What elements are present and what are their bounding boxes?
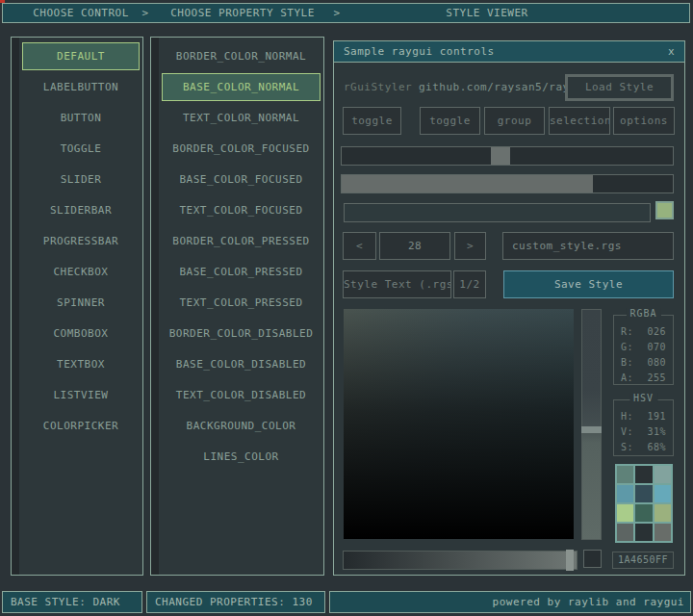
controls-list: DEFAULTLABELBUTTONBUTTONTOGGLESLIDERSLID… bbox=[22, 42, 140, 443]
color-picker-panel[interactable] bbox=[344, 309, 574, 539]
palette-swatch[interactable] bbox=[654, 504, 671, 522]
save-style-button[interactable]: Save Style bbox=[503, 270, 674, 298]
properties-list-item[interactable]: BASE_COLOR_FOCUSED bbox=[162, 166, 321, 193]
spinner-value-box[interactable]: 28 bbox=[379, 232, 450, 260]
sample-textbox[interactable] bbox=[344, 203, 651, 222]
style-text-button[interactable]: Style Text (.rgs) bbox=[343, 270, 451, 298]
controls-list-item[interactable]: TOGGLE bbox=[22, 135, 140, 163]
filename-textbox[interactable]: custom_style.rgs bbox=[502, 232, 674, 260]
close-icon[interactable]: x bbox=[668, 41, 675, 62]
properties-list-scrollbar[interactable] bbox=[151, 38, 159, 575]
controls-list-item[interactable]: SLIDER bbox=[22, 166, 140, 193]
toggle-button[interactable]: toggle bbox=[343, 107, 401, 135]
window-title: Sample raygui controls bbox=[344, 41, 495, 62]
value-row: H:191 bbox=[614, 409, 673, 424]
window-titlebar[interactable]: Sample raygui controls x bbox=[334, 41, 684, 63]
hsv-groupbox: HSV H:191V:31%S:68% bbox=[613, 399, 674, 456]
controls-list-item[interactable]: CHECKBOX bbox=[22, 258, 140, 286]
rgba-group-title: RGBA bbox=[626, 308, 660, 319]
sample-controls-window: Sample raygui controls x rGuiStyler gith… bbox=[333, 40, 685, 576]
palette-swatch[interactable] bbox=[635, 485, 652, 502]
hsv-rows: H:191V:31%S:68% bbox=[614, 409, 673, 455]
hex-value-box[interactable]: 1A4650FF bbox=[612, 552, 674, 569]
step-style-viewer: STYLE VIEWER bbox=[446, 4, 527, 22]
value-row: V:31% bbox=[614, 424, 673, 440]
controls-list-item[interactable]: COLORPICKER bbox=[22, 412, 140, 440]
properties-list-item[interactable]: TEXT_COLOR_NORMAL bbox=[162, 104, 321, 132]
step-choose-control: CHOOSE CONTROL bbox=[33, 4, 129, 22]
controls-list-item[interactable]: DEFAULT bbox=[22, 42, 140, 70]
pager-button[interactable]: 1/2 bbox=[453, 270, 486, 298]
properties-list-item[interactable]: BORDER_COLOR_NORMAL bbox=[162, 42, 321, 70]
hue-handle[interactable] bbox=[581, 426, 602, 433]
hex-edit-checkbox[interactable] bbox=[583, 550, 602, 568]
controls-list-item[interactable]: BUTTON bbox=[22, 104, 140, 132]
breadcrumb-separator-icon: > bbox=[141, 4, 148, 22]
toggle-group-item-options[interactable]: options bbox=[613, 107, 675, 135]
app-name-label: rGuiStyler bbox=[344, 81, 412, 93]
properties-list-item[interactable]: LINES_COLOR bbox=[162, 443, 321, 471]
status-powered-by-label: powered by raylib and raygui bbox=[493, 596, 684, 608]
properties-list-item[interactable]: BORDER_COLOR_FOCUSED bbox=[162, 135, 321, 163]
spinner-decrease-button[interactable]: < bbox=[343, 232, 376, 260]
controls-list-item[interactable]: PROGRESSBAR bbox=[22, 227, 140, 255]
properties-list-panel: BORDER_COLOR_NORMALBASE_COLOR_NORMALTEXT… bbox=[150, 37, 324, 576]
status-powered-by: powered by raylib and raygui bbox=[329, 591, 691, 613]
sample-slider[interactable] bbox=[341, 146, 674, 166]
palette-swatch[interactable] bbox=[635, 466, 652, 483]
properties-list-item[interactable]: BASE_COLOR_NORMAL bbox=[162, 73, 321, 101]
rgba-rows: R:026G:070B:080A:255 bbox=[614, 324, 673, 386]
properties-list-item[interactable]: BASE_COLOR_PRESSED bbox=[162, 258, 321, 286]
rguistyler-app: CHOOSE CONTROL > CHOOSE PROPERTY STYLE >… bbox=[0, 0, 693, 616]
controls-list-item[interactable]: SLIDERBAR bbox=[22, 196, 140, 224]
breadcrumb-separator-icon: > bbox=[333, 4, 340, 22]
palette-swatch[interactable] bbox=[635, 504, 652, 522]
status-changed-properties-label: CHANGED PROPERTIES: 130 bbox=[155, 596, 313, 608]
properties-list-item[interactable]: BACKGROUND_COLOR bbox=[162, 412, 321, 440]
controls-list-item[interactable]: LISTVIEW bbox=[22, 381, 140, 409]
progress-fill bbox=[342, 175, 593, 192]
palette-swatch[interactable] bbox=[654, 524, 671, 541]
properties-list-item[interactable]: TEXT_COLOR_FOCUSED bbox=[162, 196, 321, 224]
value-row: A:255 bbox=[614, 371, 673, 386]
properties-list-item[interactable]: TEXT_COLOR_PRESSED bbox=[162, 289, 321, 317]
toggle-group-item-toggle[interactable]: toggle bbox=[420, 107, 480, 135]
hsv-group-title: HSV bbox=[629, 393, 657, 403]
toggle-group-item-group[interactable]: group bbox=[484, 107, 545, 135]
color-palette bbox=[615, 464, 673, 543]
palette-swatch[interactable] bbox=[617, 504, 633, 522]
step-choose-property-style: CHOOSE PROPERTY STYLE bbox=[170, 4, 315, 22]
palette-swatch[interactable] bbox=[617, 466, 633, 483]
properties-list-item[interactable]: TEXT_COLOR_DISABLED bbox=[162, 381, 321, 409]
hue-slider[interactable] bbox=[581, 309, 602, 540]
palette-swatch[interactable] bbox=[617, 524, 633, 541]
status-base-style: BASE STYLE: DARK bbox=[2, 591, 142, 613]
controls-list-item[interactable]: SPINNER bbox=[22, 289, 140, 317]
rgba-groupbox: RGBA R:026G:070B:080A:255 bbox=[613, 315, 674, 385]
palette-swatch[interactable] bbox=[654, 485, 671, 502]
properties-list-item[interactable]: BORDER_COLOR_DISABLED bbox=[162, 320, 321, 347]
load-style-button[interactable]: Load Style bbox=[565, 74, 674, 101]
toggle-group-item-selection[interactable]: selection bbox=[549, 107, 610, 135]
value-row: R:026 bbox=[614, 324, 673, 340]
controls-list-item[interactable]: TEXTBOX bbox=[22, 350, 140, 378]
alpha-handle[interactable] bbox=[566, 550, 574, 571]
text-color-checkbox[interactable] bbox=[655, 201, 674, 219]
slider-handle[interactable] bbox=[491, 147, 510, 165]
properties-list-item[interactable]: BORDER_COLOR_PRESSED bbox=[162, 227, 321, 255]
palette-swatch[interactable] bbox=[654, 466, 671, 483]
controls-list-item[interactable]: LABELBUTTON bbox=[22, 73, 140, 101]
value-row: B:080 bbox=[614, 355, 673, 371]
properties-list-item[interactable]: BASE_COLOR_DISABLED bbox=[162, 350, 321, 378]
status-changed-properties: CHANGED PROPERTIES: 130 bbox=[146, 591, 325, 613]
status-base-style-label: BASE STYLE: DARK bbox=[11, 596, 120, 608]
controls-list-item[interactable]: COMBOBOX bbox=[22, 320, 140, 347]
spinner-increase-button[interactable]: > bbox=[454, 232, 486, 260]
properties-list: BORDER_COLOR_NORMALBASE_COLOR_NORMALTEXT… bbox=[162, 42, 321, 474]
value-row: G:070 bbox=[614, 340, 673, 355]
controls-list-scrollbar[interactable] bbox=[12, 38, 19, 575]
palette-swatch[interactable] bbox=[617, 485, 633, 502]
alpha-slider[interactable] bbox=[343, 551, 578, 570]
palette-swatch[interactable] bbox=[635, 524, 652, 541]
breadcrumb-bar: CHOOSE CONTROL > CHOOSE PROPERTY STYLE >… bbox=[2, 3, 690, 23]
